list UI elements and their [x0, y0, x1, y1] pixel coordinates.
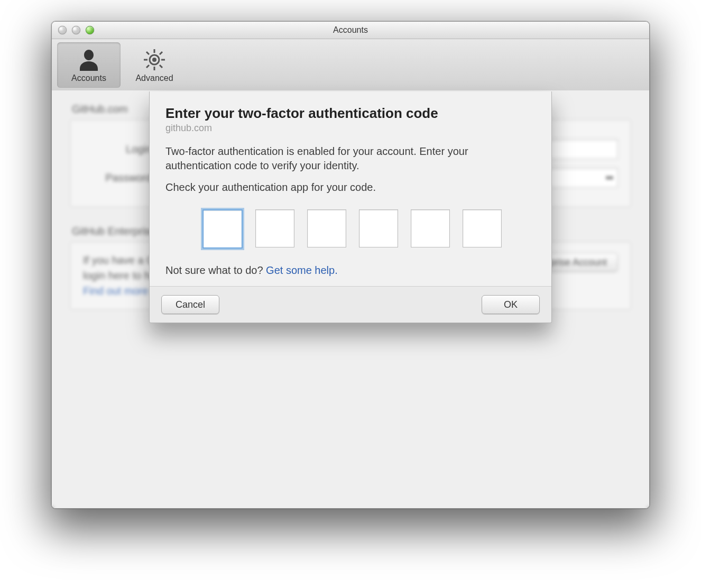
- window-title: Accounts: [52, 25, 649, 35]
- cancel-button[interactable]: Cancel: [161, 295, 219, 314]
- svg-line-6: [146, 52, 149, 54]
- help-prefix-text: Not sure what to do?: [165, 264, 266, 276]
- sheet-paragraph-2: Check your authentication app for your c…: [165, 180, 536, 195]
- svg-line-8: [160, 52, 162, 54]
- two-factor-sheet: Enter your two-factor authentication cod…: [149, 91, 552, 323]
- preferences-window: Accounts Accounts: [51, 21, 650, 509]
- password-field-label: Password: [83, 172, 152, 184]
- sheet-paragraph-1: Two-factor authentication is enabled for…: [165, 144, 536, 173]
- code-digit-6[interactable]: [463, 209, 502, 247]
- window-titlebar: Accounts: [52, 22, 649, 39]
- code-digit-5[interactable]: [411, 209, 450, 247]
- get-help-link[interactable]: Get some help.: [266, 264, 338, 276]
- traffic-lights: [58, 26, 94, 34]
- toolbar-item-label: Accounts: [71, 74, 106, 83]
- code-digit-3[interactable]: [307, 209, 346, 247]
- code-digit-4[interactable]: [359, 209, 398, 247]
- svg-point-1: [152, 58, 156, 62]
- login-field-label: Login: [83, 143, 152, 155]
- svg-line-9: [146, 65, 149, 68]
- gear-icon: [142, 47, 167, 72]
- zoom-window-button[interactable]: [86, 26, 94, 34]
- person-icon: [76, 47, 102, 72]
- close-window-button[interactable]: [58, 26, 67, 34]
- sheet-title: Enter your two-factor authentication cod…: [165, 105, 536, 122]
- code-digit-2[interactable]: [255, 209, 294, 247]
- svg-line-7: [160, 65, 162, 68]
- toolbar: Accounts: [52, 39, 649, 91]
- code-digit-1[interactable]: [202, 209, 243, 249]
- sheet-footer: Cancel OK: [150, 286, 551, 323]
- sheet-subtitle: github.com: [165, 123, 536, 134]
- toolbar-item-label: Advanced: [135, 74, 173, 83]
- minimize-window-button[interactable]: [72, 26, 80, 34]
- ok-button[interactable]: OK: [482, 295, 540, 314]
- code-input-row: [202, 209, 536, 249]
- help-row: Not sure what to do? Get some help.: [165, 264, 536, 277]
- toolbar-item-advanced[interactable]: Advanced: [123, 42, 186, 88]
- toolbar-item-accounts[interactable]: Accounts: [57, 42, 121, 88]
